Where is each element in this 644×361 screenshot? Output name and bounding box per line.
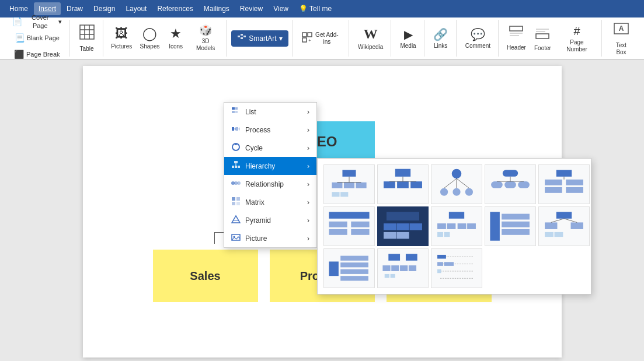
svg-rect-88 [396, 223, 409, 230]
svg-rect-16 [536, 34, 549, 38]
smartart-process-item[interactable]: Process › [224, 121, 316, 139]
svg-rect-116 [406, 254, 417, 261]
menu-tellme[interactable]: 💡 Tell me [294, 2, 336, 15]
hierarchy-option-9[interactable] [485, 206, 536, 246]
list-submenu-arrow: › [307, 108, 309, 116]
svg-rect-34 [238, 166, 240, 168]
hierarchy-option-10[interactable] [538, 206, 590, 246]
smartart-matrix-item[interactable]: Matrix › [224, 193, 316, 211]
hierarchy-option-7[interactable] [377, 206, 429, 246]
svg-point-65 [465, 188, 473, 196]
smartart-button[interactable]: SmartArt ▾ [231, 30, 288, 47]
smartart-arrow-icon: ▾ [279, 34, 283, 43]
svg-rect-104 [545, 222, 557, 229]
addins-group: + Get Add-ins [294, 20, 349, 57]
toolbar: 📄 Cover Page ▾ 📃 Blank Page ⬛ Page Break [0, 17, 644, 59]
pyramid-menu-icon [231, 215, 241, 226]
svg-rect-90 [384, 232, 396, 239]
footer-icon [535, 24, 550, 43]
smartart-picture-item[interactable]: Picture › [224, 229, 316, 247]
svg-rect-58 [397, 181, 409, 188]
svg-rect-103 [556, 212, 572, 219]
links-icon: 🔗 [433, 27, 448, 41]
svg-rect-70 [491, 181, 503, 188]
smartart-relationship-item[interactable]: Relationship › [224, 175, 316, 193]
menu-layout[interactable]: Layout [121, 2, 151, 15]
get-addins-button[interactable]: + Get Add-ins [297, 29, 345, 48]
svg-rect-94 [447, 223, 456, 229]
svg-rect-33 [235, 166, 237, 168]
page-number-button[interactable]: # Page Number [556, 21, 598, 56]
hierarchy-option-3[interactable] [431, 164, 482, 204]
cycle-menu-icon [231, 142, 241, 153]
hierarchy-option-12[interactable] [377, 248, 429, 288]
menu-mailings[interactable]: Mailings [199, 2, 234, 15]
smartart-dropdown-menu[interactable]: List › Process › [224, 102, 317, 248]
text-box-button[interactable]: A Text Box [607, 21, 636, 56]
hierarchy-option-8[interactable] [431, 206, 482, 246]
dropdown-arrow-icon: ▾ [58, 18, 62, 26]
menu-design[interactable]: Design [89, 2, 120, 15]
svg-rect-122 [391, 274, 395, 278]
svg-rect-22 [235, 107, 238, 110]
svg-rect-54 [332, 192, 339, 197]
media-button[interactable]: ▶ Media [396, 21, 420, 56]
menu-insert[interactable]: Insert [34, 2, 61, 15]
3d-models-button[interactable]: 🎲 3D Models [189, 21, 222, 56]
icons-button[interactable]: ★ Icons [164, 21, 187, 56]
links-button[interactable]: 🔗 Links [429, 21, 452, 56]
svg-rect-49 [344, 183, 354, 188]
svg-rect-21 [232, 107, 235, 110]
table-button[interactable]: Table [75, 21, 99, 56]
headerfooter-group: Header Footer # Page Number [500, 20, 602, 57]
menu-view[interactable]: View [269, 2, 293, 15]
svg-point-63 [440, 188, 448, 196]
menu-home[interactable]: Home [5, 2, 33, 15]
hierarchy-submenu-arrow: › [307, 162, 309, 170]
hierarchy-option-1[interactable] [323, 164, 375, 204]
sales-node[interactable]: Sales [153, 250, 258, 302]
svg-rect-95 [458, 223, 467, 229]
comment-button[interactable]: 💬 Comment [461, 21, 495, 56]
svg-rect-111 [340, 256, 368, 261]
smartart-list-item[interactable]: List › [224, 103, 316, 121]
blank-page-button[interactable]: 📃 Blank Page [8, 31, 66, 46]
svg-rect-71 [504, 181, 516, 188]
svg-rect-114 [340, 276, 368, 281]
smartart-pyramid-item[interactable]: Pyramid › [224, 211, 316, 229]
svg-rect-77 [545, 187, 562, 193]
hierarchy-option-2[interactable] [377, 164, 429, 204]
ribbon: Home Insert Draw Design Layout Reference… [0, 0, 644, 60]
footer-button[interactable]: Footer [531, 21, 555, 56]
hierarchy-option-13[interactable] [431, 248, 482, 288]
svg-point-38 [234, 181, 238, 185]
picture-submenu-arrow: › [307, 234, 309, 243]
shapes-button[interactable]: ◯ Shapes [137, 21, 163, 56]
hierarchy-submenu-panel[interactable] [317, 158, 591, 295]
smartart-cycle-item[interactable]: Cycle › [224, 139, 316, 157]
svg-rect-128 [437, 262, 443, 266]
hierarchy-option-6[interactable] [323, 206, 375, 246]
svg-rect-13 [510, 26, 523, 31]
svg-rect-8 [241, 37, 243, 39]
hierarchy-option-5[interactable] [538, 164, 590, 204]
menu-review[interactable]: Review [235, 2, 267, 15]
pictures-button[interactable]: 🖼 Pictures [108, 21, 135, 56]
smartart-hierarchy-item[interactable]: Hierarchy › [224, 157, 316, 175]
process-submenu-arrow: › [307, 126, 309, 134]
wikipedia-button[interactable]: W Wikipedia [354, 21, 387, 56]
svg-rect-86 [387, 212, 419, 220]
cover-page-button[interactable]: 📄 Cover Page ▾ [8, 15, 66, 30]
svg-rect-48 [332, 183, 342, 188]
hierarchy-option-4[interactable] [485, 164, 536, 204]
hierarchy-option-11[interactable] [323, 248, 375, 288]
hierarchy-grid [323, 164, 585, 288]
svg-point-62 [452, 169, 461, 178]
menu-draw[interactable]: Draw [62, 2, 88, 15]
header-button[interactable]: Header [503, 21, 530, 56]
svg-rect-24 [235, 111, 238, 113]
svg-point-64 [452, 188, 460, 196]
svg-rect-129 [444, 262, 454, 266]
svg-rect-23 [232, 111, 235, 113]
menu-references[interactable]: References [152, 2, 197, 15]
